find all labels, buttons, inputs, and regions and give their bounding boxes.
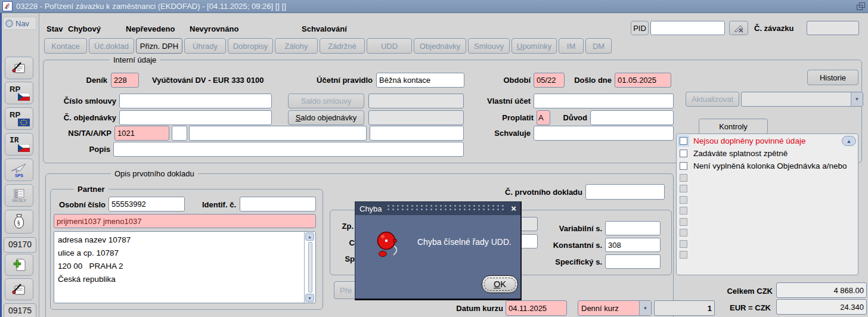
- partner-name-input[interactable]: [54, 214, 316, 228]
- sidebar-code-top[interactable]: 09170: [4, 237, 36, 253]
- dialog-title-texture: [388, 205, 506, 212]
- tab-udd[interactable]: UDD: [367, 38, 412, 54]
- czech-flag-icon: [18, 144, 30, 152]
- scroll-down-button[interactable]: ▼: [305, 294, 314, 302]
- tab-zalohy[interactable]: Zálohy: [275, 38, 318, 54]
- celkem-value: [776, 282, 867, 298]
- kontroly-header: Kontroly: [699, 119, 768, 134]
- scrollbar-thumb[interactable]: [308, 242, 312, 293]
- app-logo-icon: F: [2, 1, 13, 11]
- ucetni-pravidlo-input[interactable]: [376, 73, 464, 88]
- sidebar-rp-cz-button[interactable]: RP: [5, 82, 33, 104]
- variabilni-label: Variabilní s.: [545, 224, 602, 233]
- sidebar-ir-cz-button[interactable]: IR: [5, 133, 33, 156]
- document-plus-icon: [11, 257, 27, 273]
- c-prvotniho-input[interactable]: [585, 184, 665, 200]
- cislo-smlouvy-input[interactable]: [119, 94, 272, 108]
- specificky-input[interactable]: [605, 254, 661, 269]
- datum-kurzu-label: Datum kurzu: [448, 304, 503, 313]
- tab-objednavky[interactable]: Objednávky: [414, 38, 466, 54]
- saldo-objednavky-value: [368, 110, 464, 125]
- checklist-icon: [14, 189, 24, 198]
- identif-label: Identif. č.: [197, 200, 236, 209]
- eur-czk-value: [776, 299, 867, 315]
- saldo-smlouvy-button: Saldo smlouvy: [288, 94, 364, 108]
- obdobi-input[interactable]: [534, 73, 565, 88]
- tab-uc-doklad[interactable]: Úč.doklad: [89, 38, 134, 54]
- variabilni-input[interactable]: [605, 221, 661, 235]
- eu-flag-icon: [18, 119, 30, 126]
- doslo-dne-input[interactable]: [615, 73, 671, 88]
- down-arrow-icon: ▼: [308, 296, 312, 300]
- pid-input[interactable]: [650, 21, 725, 35]
- tab-kontace[interactable]: Kontace: [44, 38, 87, 54]
- restore-window-icon[interactable]: [857, 2, 864, 10]
- ukoly-label: ÚKOLY: [12, 198, 26, 203]
- tab-im[interactable]: IM: [559, 38, 584, 54]
- sidebar-edit-document-button[interactable]: [5, 278, 33, 300]
- popis-input[interactable]: [113, 142, 464, 157]
- denik-input[interactable]: [111, 73, 139, 88]
- tab-smlouvy[interactable]: Smlouvy: [468, 38, 510, 54]
- paper-plane-icon: [10, 163, 28, 173]
- stav-label: Stav: [46, 24, 63, 33]
- schvaluje-input[interactable]: [534, 126, 674, 141]
- cislo-smlouvy-label: Číslo smlouvy: [51, 97, 116, 105]
- close-icon[interactable]: ×: [511, 204, 516, 213]
- sidebar-ukoly-button[interactable]: ÚKOLY: [5, 184, 33, 207]
- note-pen-icon: [11, 61, 27, 75]
- sidebar-code-bottom[interactable]: 09175: [4, 303, 36, 317]
- stav-value: Chybový: [68, 24, 101, 33]
- kontroly-scroll-up-button[interactable]: ▲: [842, 136, 856, 146]
- denik-label: Deník: [66, 76, 107, 85]
- kontroly-checkbox-2[interactable]: [680, 150, 687, 157]
- tab-uhrady[interactable]: Úhrady: [184, 38, 226, 54]
- datum-kurzu-input[interactable]: [506, 300, 567, 316]
- nav-toggle[interactable]: Nav: [3, 17, 36, 30]
- ok-button[interactable]: OK: [482, 275, 518, 293]
- tab-dm[interactable]: DM: [585, 38, 612, 54]
- pid-clear-button[interactable]: [729, 21, 748, 35]
- czech-flag-icon: [18, 93, 30, 101]
- sidebar-add-document-button[interactable]: [5, 254, 33, 276]
- kontroly-checkbox-empty: [680, 240, 687, 248]
- sidebar-moneybag-button[interactable]: §: [5, 210, 33, 234]
- address-scrollbar[interactable]: ▲ ▼: [304, 232, 315, 303]
- kontroly-checkbox-empty: [680, 229, 687, 237]
- rp-cz-label: RP: [10, 86, 20, 93]
- proplatit-input[interactable]: [537, 110, 550, 125]
- kurz-type-select[interactable]: Denní kurz ▼: [578, 300, 652, 316]
- scroll-up-button[interactable]: ▲: [305, 232, 314, 241]
- kontroly-checkbox-3[interactable]: [680, 162, 687, 170]
- ns-input-1[interactable]: [114, 126, 169, 141]
- partner-address-box[interactable]: adresa nazev 10787 ulice a cp. 10787 120…: [54, 231, 316, 303]
- status-transfer: Nepřevedeno: [126, 24, 175, 33]
- tab-dobropisy[interactable]: Dobropisy: [228, 38, 273, 54]
- tab-prizn-dph[interactable]: Přizn. DPH: [136, 38, 182, 54]
- zp-label: Zp.: [337, 222, 354, 231]
- error-message: Chyba číselné řady UDD.: [417, 237, 512, 247]
- error-dialog-title: Chyba: [359, 204, 382, 213]
- identif-input[interactable]: [240, 197, 316, 212]
- vlastni-ucet-input[interactable]: [534, 94, 674, 108]
- title-bar: F 03228 - Pořízení závazku k zaměstnanci…: [0, 0, 868, 13]
- c-objednavky-input[interactable]: [119, 110, 272, 125]
- ns-input-3[interactable]: [189, 126, 367, 141]
- sidebar-rp-eu-button[interactable]: RP: [5, 107, 33, 130]
- duvod-input[interactable]: [590, 110, 674, 125]
- sidebar-sps-button[interactable]: SPS: [5, 158, 33, 181]
- ns-input-2[interactable]: [172, 126, 187, 141]
- osobni-cislo-input[interactable]: [108, 197, 185, 212]
- kontroly-checkbox-1[interactable]: [680, 137, 687, 145]
- tab-zadrzne[interactable]: Zádržné: [320, 38, 365, 54]
- sidebar-note-pen-button[interactable]: [5, 57, 33, 79]
- saldo-objednavky-button[interactable]: Saldo objednávky: [288, 110, 364, 125]
- tab-upominky[interactable]: Upomínky: [512, 38, 557, 54]
- historie-button[interactable]: Historie: [807, 70, 858, 85]
- ns-input-4[interactable]: [370, 126, 464, 141]
- error-dialog-titlebar[interactable]: Chyba ×: [355, 202, 520, 215]
- status-approval: Schvalování: [302, 24, 347, 33]
- konstantni-input[interactable]: [605, 238, 661, 252]
- pid-label: PID: [631, 21, 649, 35]
- note-pen-icon: [11, 282, 27, 297]
